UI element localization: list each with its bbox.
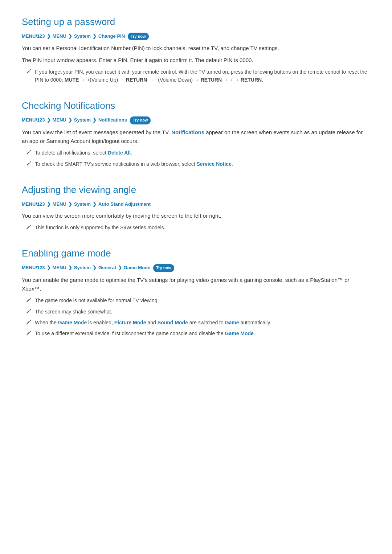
note-text: This function is only supported by the S…: [35, 223, 166, 231]
breadcrumb-item: Change PIN: [98, 33, 125, 40]
code-term: MUTE: [65, 77, 79, 83]
breadcrumb: MENU/123 ❯ MENU ❯ System ❯ Notifications…: [22, 116, 370, 124]
breadcrumb-separator: ❯: [118, 264, 122, 272]
note-item: To delete all notifications, select Dele…: [25, 149, 370, 157]
body-paragraph: You can view the screen more comfortably…: [22, 212, 370, 221]
pencil-icon: [25, 224, 32, 231]
pencil-icon: [25, 69, 32, 75]
breadcrumb-item: MENU: [53, 116, 66, 124]
breadcrumb-item: MENU: [53, 33, 66, 40]
breadcrumb-separator: ❯: [93, 201, 97, 208]
breadcrumb-item: MENU/123: [22, 33, 45, 40]
inline-link: Game: [58, 320, 72, 325]
inline-link: Game: [225, 331, 239, 336]
pencil-icon: [25, 297, 32, 304]
breadcrumb-item: System: [74, 116, 91, 124]
breadcrumb-item: MENU: [53, 201, 66, 208]
body-paragraph: You can enable the game mode to optimise…: [22, 276, 370, 294]
note-item: When the Game Mode is enabled, Picture M…: [25, 319, 370, 327]
breadcrumb-item: MENU/123: [22, 264, 45, 272]
breadcrumb-item: Notifications: [98, 116, 127, 124]
breadcrumb: MENU/123 ❯ MENU ❯ System ❯ Auto Stand Ad…: [22, 201, 370, 208]
breadcrumb-separator: ❯: [68, 33, 72, 40]
code-term: RETURN: [241, 77, 262, 83]
inline-link: Picture Mode: [114, 320, 146, 325]
note-list: If you forget your PIN, you can reset it…: [25, 68, 370, 84]
note-list: The game mode is not available for norma…: [25, 296, 370, 338]
inline-link: Game: [225, 320, 239, 325]
inline-link: Notifications: [171, 129, 204, 135]
breadcrumb-item: Game Mode: [124, 264, 151, 272]
try-now-badge[interactable]: Try now: [153, 264, 174, 272]
note-text: When the Game Mode is enabled, Picture M…: [35, 319, 271, 327]
pencil-icon: [25, 161, 32, 167]
breadcrumb-separator: ❯: [68, 264, 72, 272]
breadcrumb: MENU/123 ❯ MENU ❯ System ❯ General ❯ Gam…: [22, 264, 370, 272]
note-item: The screen may shake somewhat.: [25, 308, 370, 316]
note-text: If you forget your PIN, you can reset it…: [35, 68, 370, 84]
code-term: RETURN: [126, 77, 147, 83]
breadcrumb-item: MENU/123: [22, 116, 45, 124]
note-item: To check the SMART TV's service notifica…: [25, 160, 370, 168]
note-text: To check the SMART TV's service notifica…: [35, 160, 233, 168]
note-text: The game mode is not available for norma…: [35, 296, 159, 304]
note-item: If you forget your PIN, you can reset it…: [25, 68, 370, 84]
breadcrumb-item: Auto Stand Adjustment: [98, 201, 151, 208]
section-title: Setting up a password: [22, 15, 370, 30]
breadcrumb-item: System: [74, 264, 91, 272]
code-term: RETURN: [201, 77, 222, 83]
inline-link: Sound Mode: [158, 320, 188, 325]
body-paragraph: The PIN input window appears. Enter a PI…: [22, 56, 370, 65]
breadcrumb-separator: ❯: [68, 116, 72, 124]
section-title: Enabling game mode: [22, 246, 370, 261]
breadcrumb-item: System: [74, 201, 91, 208]
note-item: To use a different external device, firs…: [25, 329, 370, 337]
section-notifications: Checking NotificationsMENU/123 ❯ MENU ❯ …: [22, 98, 370, 168]
breadcrumb-separator: ❯: [93, 116, 97, 124]
pencil-icon: [25, 319, 32, 326]
inline-link: Service Notice: [196, 161, 232, 167]
inline-link: Game Mode: [225, 331, 254, 336]
try-now-badge[interactable]: Try now: [128, 33, 149, 41]
breadcrumb: MENU/123 ❯ MENU ❯ System ❯ Change PINTry…: [22, 33, 370, 41]
pencil-icon: [25, 330, 32, 337]
note-text: To use a different external device, firs…: [35, 329, 255, 337]
breadcrumb-item: General: [98, 264, 116, 272]
pencil-icon: [25, 308, 32, 315]
pencil-icon: [25, 149, 32, 156]
breadcrumb-item: System: [74, 33, 91, 40]
try-now-badge[interactable]: Try now: [130, 116, 151, 124]
note-text: To delete all notifications, select Dele…: [35, 149, 132, 157]
section-viewing-angle: Adjusting the viewing angleMENU/123 ❯ ME…: [22, 182, 370, 232]
breadcrumb-separator: ❯: [68, 201, 72, 208]
breadcrumb-separator: ❯: [93, 33, 97, 40]
breadcrumb-separator: ❯: [47, 33, 51, 40]
breadcrumb-separator: ❯: [47, 201, 51, 208]
breadcrumb-item: MENU: [53, 264, 66, 272]
section-title: Adjusting the viewing angle: [22, 182, 370, 198]
note-item: The game mode is not available for norma…: [25, 296, 370, 304]
breadcrumb-separator: ❯: [93, 264, 97, 272]
note-item: This function is only supported by the S…: [25, 223, 370, 231]
body-paragraph: You can set a Personal Identification Nu…: [22, 44, 370, 53]
breadcrumb-separator: ❯: [47, 264, 51, 272]
section-title: Checking Notifications: [22, 98, 370, 114]
inline-link: Delete All: [108, 150, 131, 156]
breadcrumb-item: MENU/123: [22, 201, 45, 208]
inline-link: Game Mode: [58, 320, 87, 325]
body-paragraph: You can view the list of event messages …: [22, 128, 370, 146]
note-text: The screen may shake somewhat.: [35, 308, 112, 316]
section-game-mode: Enabling game modeMENU/123 ❯ MENU ❯ Syst…: [22, 246, 370, 337]
breadcrumb-separator: ❯: [47, 116, 51, 124]
section-password: Setting up a passwordMENU/123 ❯ MENU ❯ S…: [22, 15, 370, 84]
note-list: To delete all notifications, select Dele…: [25, 149, 370, 168]
note-list: This function is only supported by the S…: [25, 223, 370, 231]
